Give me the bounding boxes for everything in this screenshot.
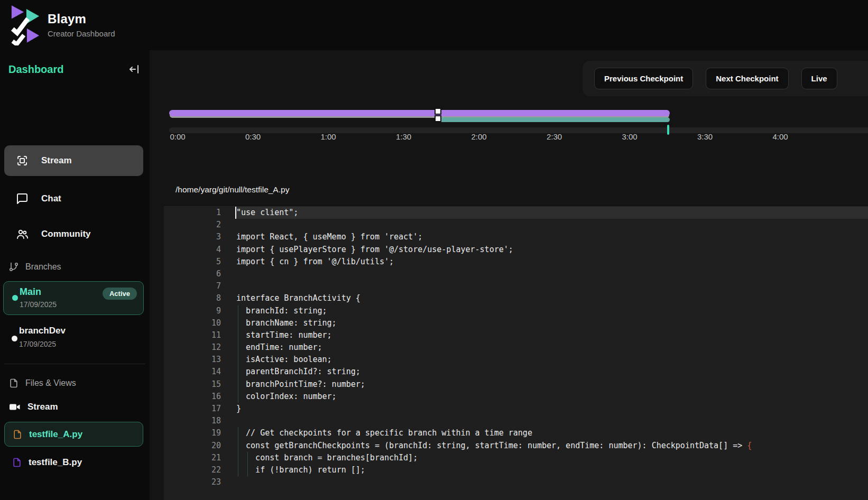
code-line[interactable]: 6 [164, 268, 868, 280]
code-line[interactable]: 5import { cn } from '@/lib/utils'; [164, 256, 868, 268]
line-number: 1 [164, 207, 235, 219]
code-line[interactable]: 23 [164, 476, 868, 488]
code-text [235, 268, 868, 280]
code-text: import { cn } from '@/lib/utils'; [235, 256, 868, 268]
timeline-rail[interactable] [169, 127, 868, 133]
collapse-sidebar-button[interactable] [126, 62, 141, 77]
code-line[interactable]: 17} [164, 403, 868, 415]
code-line[interactable]: 14 parentBranchId?: string; [164, 366, 868, 378]
file-icon [12, 457, 22, 468]
file-item-testfile-a[interactable]: testfile_A.py [4, 422, 143, 447]
code-line[interactable]: 20 const getBranchCheckpoints = (branchI… [164, 440, 868, 452]
sidebar-item-label: Chat [41, 193, 61, 204]
next-checkpoint-button[interactable]: Next Checkpoint [706, 68, 788, 89]
code-line[interactable]: 7 [164, 280, 868, 292]
view-item-stream[interactable]: Stream [8, 401, 58, 413]
line-number: 15 [164, 378, 235, 391]
line-number: 6 [164, 268, 235, 280]
code-line[interactable]: 3import React, { useMemo } from 'react'; [164, 231, 868, 243]
line-number: 4 [164, 244, 235, 256]
file-icon [12, 429, 23, 440]
arrow-left-to-line-icon [127, 63, 140, 76]
branch-name: branchDev [19, 326, 66, 336]
code-line[interactable]: 22 if (!branch) return []; [164, 464, 868, 476]
indent-guide [238, 427, 238, 439]
code-line[interactable]: 16 colorIndex: number; [164, 391, 868, 403]
main-area: Previous Checkpoint Next Checkpoint Live… [150, 50, 868, 500]
timeline-label: 0:00 [170, 132, 185, 141]
code-line[interactable]: 11 startTime: number; [164, 329, 868, 341]
branches-section-header: Branches [8, 262, 61, 272]
code-line[interactable]: 12 endTime: number; [164, 341, 868, 354]
line-number: 9 [164, 305, 235, 317]
line-number: 8 [164, 292, 235, 304]
code-line[interactable]: 9 branchId: string; [164, 305, 868, 317]
line-number: 20 [164, 440, 235, 452]
timeline-label: 3:30 [697, 132, 713, 141]
branch-item-branchdev[interactable]: branchDev 17/09/2025 [3, 321, 144, 350]
branch-date: 17/09/2025 [20, 300, 57, 309]
indent-guide [247, 464, 248, 476]
indent-guide [238, 341, 238, 354]
code-line[interactable]: 18 [164, 415, 868, 427]
active-badge: Active [103, 288, 137, 300]
files-views-section-header: Files & Views [8, 378, 76, 388]
video-camera-icon [8, 401, 21, 413]
checkpoint-controls: Previous Checkpoint Next Checkpoint Live [583, 61, 868, 96]
code-text [235, 280, 868, 292]
code-text: import { usePlayerStore } from '@/store/… [235, 244, 868, 256]
code-text: branchName: string; [235, 317, 868, 329]
live-button[interactable]: Live [801, 68, 837, 89]
code-text: colorIndex: number; [235, 391, 868, 403]
indent-guide [238, 305, 238, 317]
file-item-testfile-b[interactable]: testfile_B.py [4, 450, 143, 475]
code-line[interactable]: 4import { usePlayerStore } from '@/store… [164, 244, 868, 256]
timeline-handle[interactable] [435, 108, 441, 123]
brand-name: Blaym [48, 12, 115, 26]
indent-guide [238, 464, 238, 476]
code-text: isActive: boolean; [235, 354, 868, 366]
timeline-teal-track[interactable] [439, 117, 669, 122]
git-branch-icon [8, 262, 19, 272]
branch-item-main[interactable]: Main Active 17/09/2025 [3, 281, 144, 315]
indent-guide [247, 452, 248, 464]
file-item-label: testfile_B.py [29, 457, 82, 468]
code-text [235, 476, 868, 488]
blaym-logo-icon [10, 4, 40, 45]
code-text: startTime: number; [235, 329, 868, 341]
line-number: 17 [164, 403, 235, 415]
previous-checkpoint-button[interactable]: Previous Checkpoint [594, 68, 693, 89]
code-line[interactable]: 1"use client"; [164, 207, 868, 219]
code-line[interactable]: 15 branchPointTime?: number; [164, 378, 868, 391]
code-text: "use client"; [235, 207, 868, 219]
timeline-label: 4:00 [772, 132, 788, 141]
code-line[interactable]: 13 isActive: boolean; [164, 354, 868, 366]
line-number: 11 [164, 329, 235, 341]
editor-panel: /home/yarg/git/null/testfile_A.py 1"use … [164, 174, 868, 500]
file-icon [8, 378, 19, 388]
code-text: branchId: string; [235, 305, 868, 317]
branch-name: Main [20, 286, 41, 298]
code-text: endTime: number; [235, 341, 868, 354]
sidebar-item-community[interactable]: Community [4, 221, 143, 247]
file-path: /home/yarg/git/null/testfile_A.py [176, 185, 289, 195]
code-line[interactable]: 19 // Get checkpoints for a specific bra… [164, 427, 868, 439]
code-area[interactable]: 1"use client";23import React, { useMemo … [164, 206, 868, 488]
editor-header: /home/yarg/git/null/testfile_A.py [164, 174, 868, 206]
code-line[interactable]: 10 branchName: string; [164, 317, 868, 329]
code-line[interactable]: 2 [164, 219, 868, 231]
sidebar-item-chat[interactable]: Chat [4, 186, 143, 212]
timeline-purple-track[interactable] [169, 110, 670, 116]
timeline-label: 1:30 [396, 132, 411, 141]
code-line[interactable]: 21 const branch = branches[branchId]; [164, 452, 868, 464]
live-position-tick [667, 125, 669, 135]
code-line[interactable]: 8interface BranchActivity { [164, 292, 868, 304]
sidebar-item-stream[interactable]: Stream [4, 145, 143, 176]
line-number: 22 [164, 464, 235, 476]
users-icon [16, 228, 29, 240]
indent-guide [238, 452, 238, 464]
scan-icon [16, 154, 29, 167]
line-number: 18 [164, 415, 235, 427]
indent-guide [238, 440, 238, 452]
sidebar-item-label: Community [41, 229, 91, 239]
